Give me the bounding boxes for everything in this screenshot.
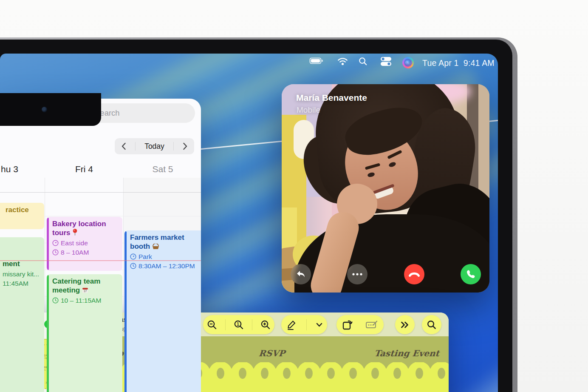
nav-divider (135, 142, 136, 151)
event-time: 8 – 10AM (61, 249, 89, 256)
calendar-window: Search Today hu 3 Fri 4 Sat 5 (0, 99, 201, 392)
pin-emoji (72, 229, 78, 236)
next-day-button[interactable] (183, 142, 188, 150)
markup-controls (281, 315, 327, 334)
siri-icon[interactable] (402, 57, 414, 68)
event-bakery-location-tours[interactable]: Bakery location tours East side (47, 217, 122, 271)
event-title: ractice (6, 206, 29, 214)
zoom-controls: 1 (203, 315, 274, 334)
day-header-thu[interactable]: hu 3 (1, 164, 18, 174)
day-header-fri[interactable]: Fri 4 (64, 164, 105, 174)
mac-screen: Tue Apr 1 9:41 AM Search Today (0, 54, 498, 392)
location-icon (52, 240, 59, 246)
decline-phone-icon (409, 272, 420, 277)
doc-text-right: Tasting Event (374, 348, 440, 358)
zoom-out-button[interactable] (207, 320, 217, 330)
display-notch (0, 93, 101, 126)
prev-day-button[interactable] (121, 142, 126, 150)
markup-pencil-button[interactable] (286, 319, 297, 330)
wifi-icon[interactable] (337, 57, 348, 67)
menu-bar-clock[interactable]: Tue Apr 1 9:41 AM (422, 58, 495, 68)
nav-divider (173, 142, 174, 151)
markup-options-chevron[interactable] (316, 323, 322, 327)
event-farmers-market-booth[interactable]: Farmers market booth Park (124, 230, 201, 392)
event-location: Park (139, 253, 152, 260)
calendar-grid: ractice ment missary kit... 11:45AM Bake… (0, 178, 201, 392)
rotate-autofill-controls (336, 315, 384, 334)
calendar-emoji: 17 (82, 287, 88, 293)
event-time-fragment: 11:45AM (3, 280, 39, 287)
svg-text:1: 1 (237, 321, 239, 326)
facetime-call-window: María Benavente Mobile (282, 84, 489, 293)
reply-arrow-icon (296, 270, 306, 278)
facetime-camera (42, 107, 47, 112)
clock-icon (52, 297, 59, 304)
zoom-in-button[interactable] (260, 320, 271, 330)
search-icon (427, 320, 436, 330)
caller-label: Mobile (297, 105, 320, 115)
doc-text-center: RSVP (250, 348, 294, 358)
day-header-row: hu 3 Fri 4 Sat 5 (0, 164, 201, 177)
allday-divider (0, 192, 201, 193)
day-header-sat[interactable]: Sat 5 (142, 164, 183, 174)
more-tools-button[interactable] (395, 315, 415, 334)
desktop-photo: Tue Apr 1 9:41 AM Search Today (0, 0, 588, 392)
clock-icon (130, 263, 136, 269)
current-time-line (0, 260, 201, 261)
spotlight-search-icon[interactable] (359, 57, 368, 68)
event-catering-team-meeting[interactable]: Catering team meeting 17 10 – 11:15AM (47, 274, 122, 392)
today-button[interactable]: Today (144, 142, 164, 151)
event-location: East side (61, 239, 88, 247)
actual-size-button[interactable]: 1 (234, 320, 244, 330)
location-icon (130, 253, 136, 260)
basket-emoji (152, 244, 159, 250)
autofill-form-button[interactable] (365, 320, 378, 330)
battery-icon[interactable] (309, 57, 324, 66)
event-location-fragment: missary kit... (3, 270, 39, 278)
svg-text:17: 17 (84, 290, 87, 293)
more-options-button[interactable] (347, 264, 368, 284)
event-practice[interactable]: ractice (0, 203, 44, 229)
calendar-date-nav: Today (115, 138, 194, 154)
rotate-button[interactable] (342, 319, 354, 330)
control-center-icon[interactable] (380, 57, 392, 68)
document-search-button[interactable] (422, 315, 441, 334)
event-title: Bakery location tours (52, 220, 106, 237)
ellipsis-icon (352, 273, 362, 276)
event-time: 10 – 11:15AM (61, 297, 101, 304)
accept-call-button[interactable] (461, 264, 481, 284)
event-time: 8:30AM – 12:30PM (139, 262, 195, 270)
reply-message-button[interactable] (291, 264, 311, 284)
decline-call-button[interactable] (404, 264, 424, 284)
caller-name: María Benavente (296, 93, 367, 103)
double-chevron-icon (401, 321, 409, 328)
clock-icon (52, 249, 59, 256)
accept-phone-icon (466, 270, 475, 279)
event-title: Catering team meeting (52, 277, 100, 294)
